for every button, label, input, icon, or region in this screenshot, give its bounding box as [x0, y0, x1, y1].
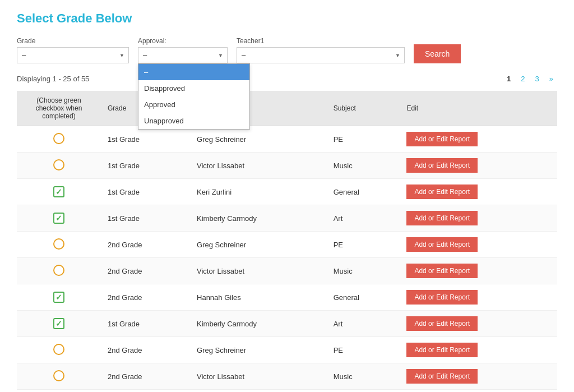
filter-bar: Grade – Approval: – – Disapproved Approv…	[17, 37, 557, 63]
edit-report-button[interactable]: Add or Edit Report	[406, 316, 478, 331]
pagination: 1 2 3 »	[503, 73, 557, 84]
grade-filter-group: Grade –	[17, 37, 129, 63]
grade-cell: 1st Grade	[101, 126, 190, 153]
teacher-select[interactable]: –	[237, 47, 405, 63]
grade-select[interactable]: –	[17, 47, 129, 63]
search-button[interactable]: Search	[414, 44, 461, 63]
status-check-icon[interactable]: ✓	[53, 186, 64, 197]
status-cell: ✓	[17, 311, 101, 337]
grade-cell: 2nd Grade	[101, 232, 190, 258]
subject-cell: General	[327, 284, 400, 311]
status-cell	[17, 258, 101, 284]
teacher-cell: Keri Zurlini	[190, 179, 327, 205]
status-cell	[17, 363, 101, 390]
edit-cell: Add or Edit Report	[400, 311, 557, 337]
table-row: 1st GradeGreg SchreinerPEAdd or Edit Rep…	[17, 126, 557, 153]
edit-report-button[interactable]: Add or Edit Report	[406, 369, 478, 384]
grade-cell: 1st Grade	[101, 205, 190, 232]
col-subject: Subject	[327, 91, 400, 126]
subject-cell: PE	[327, 232, 400, 258]
edit-cell: Add or Edit Report	[400, 179, 557, 205]
teacher-cell: Greg Schreiner	[190, 126, 327, 153]
approval-option-unapproved[interactable]: Unapproved	[138, 113, 249, 129]
edit-cell: Add or Edit Report	[400, 205, 557, 232]
approval-select[interactable]: –	[138, 47, 228, 63]
teacher-cell: Victor Lissabet	[190, 363, 327, 390]
edit-report-button[interactable]: Add or Edit Report	[406, 211, 478, 225]
edit-cell: Add or Edit Report	[400, 337, 557, 363]
teacher-filter-group: Teacher1 –	[237, 37, 405, 63]
table-header: (Choose green checkbox whencompleted) Gr…	[17, 91, 557, 126]
grade-cell: 2nd Grade	[101, 390, 190, 393]
teacher-cell: Victor Lissabet	[190, 153, 327, 179]
table-row: ✓2nd GradeHannah GilesGeneralAdd or Edit…	[17, 390, 557, 393]
teacher-cell: Victor Lissabet	[190, 258, 327, 284]
table-row: 2nd GradeVictor LissabetMusicAdd or Edit…	[17, 258, 557, 284]
status-cell	[17, 126, 101, 153]
table-row: ✓1st GradeKimberly CarmodyArtAdd or Edit…	[17, 205, 557, 232]
teacher-cell: Greg Schreiner	[190, 232, 327, 258]
teacher-cell: Hannah Giles	[190, 284, 327, 311]
status-cell	[17, 232, 101, 258]
status-cell: ✓	[17, 284, 101, 311]
edit-report-button[interactable]: Add or Edit Report	[406, 343, 478, 357]
grade-cell: 2nd Grade	[101, 337, 190, 363]
edit-report-button[interactable]: Add or Edit Report	[406, 237, 478, 252]
grade-cell: 2nd Grade	[101, 363, 190, 390]
page-1[interactable]: 1	[503, 73, 515, 84]
teacher-cell: Kimberly Carmody	[190, 311, 327, 337]
approval-dropdown: – Disapproved Approved Unapproved	[138, 63, 250, 130]
approval-option-blank[interactable]: –	[138, 64, 249, 80]
edit-report-button[interactable]: Add or Edit Report	[406, 132, 478, 146]
status-circle-icon[interactable]	[53, 370, 64, 381]
subject-cell: General	[327, 179, 400, 205]
subject-cell: General	[327, 390, 400, 393]
next-chevron[interactable]: »	[545, 73, 557, 84]
status-cell: ✓	[17, 179, 101, 205]
page-3[interactable]: 3	[531, 73, 543, 84]
subject-cell: PE	[327, 337, 400, 363]
teacher-select-wrapper: –	[237, 47, 405, 63]
page-wrapper: Select Grade Below Grade – Approval: – –…	[0, 0, 574, 392]
edit-cell: Add or Edit Report	[400, 153, 557, 179]
display-info: Displaying 1 - 25 of 55	[17, 75, 89, 83]
status-circle-icon[interactable]	[53, 344, 64, 355]
edit-report-button[interactable]: Add or Edit Report	[406, 264, 478, 278]
status-circle-icon[interactable]	[53, 133, 64, 144]
edit-report-button[interactable]: Add or Edit Report	[406, 158, 478, 173]
approval-option-disapproved[interactable]: Disapproved	[138, 80, 249, 96]
edit-report-button[interactable]: Add or Edit Report	[406, 185, 478, 199]
teacher-cell: Greg Schreiner	[190, 337, 327, 363]
data-table: (Choose green checkbox whencompleted) Gr…	[17, 91, 557, 392]
col-edit: Edit	[400, 91, 557, 126]
page-2[interactable]: 2	[517, 73, 529, 84]
status-check-icon[interactable]: ✓	[53, 213, 64, 224]
status-circle-icon[interactable]	[53, 238, 64, 250]
grade-cell: 1st Grade	[101, 153, 190, 179]
edit-cell: Add or Edit Report	[400, 232, 557, 258]
teacher-cell: Hannah Giles	[190, 390, 327, 393]
edit-cell: Add or Edit Report	[400, 258, 557, 284]
edit-report-button[interactable]: Add or Edit Report	[406, 290, 478, 305]
status-circle-icon[interactable]	[53, 265, 64, 276]
status-circle-icon[interactable]	[53, 159, 64, 170]
table-row: 2nd GradeGreg SchreinerPEAdd or Edit Rep…	[17, 337, 557, 363]
table-row: ✓2nd GradeHannah GilesGeneralAdd or Edit…	[17, 284, 557, 311]
table-row: ✓1st GradeKeri ZurliniGeneralAdd or Edit…	[17, 179, 557, 205]
table-row: ✓1st GradeKimberly CarmodyArtAdd or Edit…	[17, 311, 557, 337]
approval-option-approved[interactable]: Approved	[138, 96, 249, 113]
subject-cell: Art	[327, 311, 400, 337]
info-bar: Displaying 1 - 25 of 55 1 2 3 »	[17, 69, 557, 89]
teacher-cell: Kimberly Carmody	[190, 205, 327, 232]
grade-cell: 2nd Grade	[101, 258, 190, 284]
edit-cell: Add or Edit Report	[400, 126, 557, 153]
status-check-icon[interactable]: ✓	[53, 292, 64, 303]
status-check-icon[interactable]: ✓	[53, 318, 64, 329]
grade-cell: 2nd Grade	[101, 284, 190, 311]
table-body: 1st GradeGreg SchreinerPEAdd or Edit Rep…	[17, 126, 557, 393]
approval-select-wrapper: –	[138, 47, 228, 63]
approval-filter-group: Approval: – – Disapproved Approved Unapp…	[138, 37, 228, 63]
status-cell: ✓	[17, 390, 101, 393]
grade-cell: 1st Grade	[101, 311, 190, 337]
grade-label: Grade	[17, 37, 129, 45]
